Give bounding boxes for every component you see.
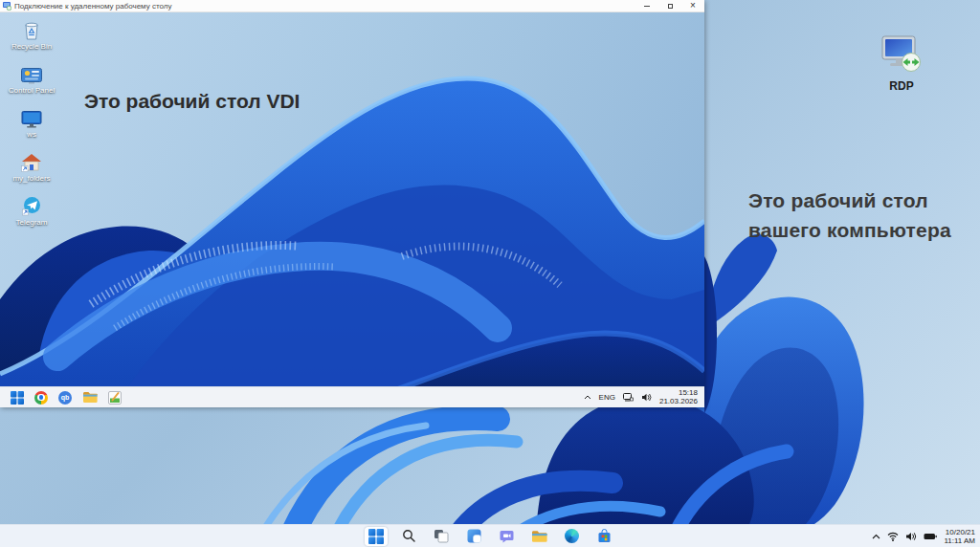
host-system-tray: 10/20/21 11:11 AM bbox=[872, 525, 975, 547]
telegram-icon bbox=[22, 193, 42, 216]
desktop-icon-label: Telegram bbox=[16, 218, 48, 227]
rdp-shortcut-icon bbox=[880, 61, 924, 77]
edge-icon[interactable] bbox=[560, 527, 583, 546]
host-annotation-line2: вашего компьютера bbox=[748, 215, 951, 245]
rdp-window: Подключение к удаленному рабочему столу … bbox=[0, 0, 704, 407]
minimize-button[interactable] bbox=[635, 0, 658, 12]
host-start-button[interactable] bbox=[365, 527, 388, 546]
vdi-language-indicator[interactable]: ENG bbox=[599, 393, 615, 402]
widgets-icon[interactable] bbox=[462, 527, 485, 546]
wifi-icon[interactable] bbox=[887, 532, 899, 541]
my-folders-home-icon bbox=[21, 149, 42, 172]
host-time: 11:11 AM bbox=[944, 536, 975, 545]
control-panel-icon bbox=[21, 61, 42, 84]
vdi-start-button[interactable] bbox=[11, 391, 24, 405]
chevron-up-icon[interactable] bbox=[584, 395, 591, 400]
vdi-date: 21.03.2026 bbox=[659, 398, 698, 406]
close-button[interactable]: × bbox=[681, 0, 704, 12]
desktop-icon-label: Control Panel bbox=[9, 86, 55, 95]
host-annotation: Это рабочий стол вашего компьютера bbox=[748, 186, 951, 245]
task-view-icon[interactable] bbox=[430, 527, 453, 546]
rdp-window-title: Подключение к удаленному рабочему столу bbox=[14, 2, 635, 11]
battery-icon[interactable] bbox=[924, 533, 937, 540]
host-taskbar: 10/20/21 11:11 AM bbox=[0, 524, 980, 547]
editor-app-icon[interactable] bbox=[108, 391, 122, 405]
search-icon[interactable] bbox=[397, 527, 420, 546]
window-controls: × bbox=[635, 0, 704, 12]
restore-button[interactable] bbox=[658, 0, 681, 12]
vdi-wallpaper-bloom bbox=[0, 12, 704, 407]
file-explorer-icon[interactable] bbox=[82, 391, 98, 404]
host-desktop: Это рабочий стол вашего компьютера RDP П… bbox=[0, 0, 980, 547]
vdi-desktop: Это рабочий стол VDI Recycle Bin bbox=[0, 12, 704, 407]
desktop-icon-recycle-bin[interactable]: Recycle Bin bbox=[4, 17, 59, 51]
rdp-window-titlebar[interactable]: Подключение к удаленному рабочему столу … bbox=[0, 0, 704, 12]
host-clock[interactable]: 10/20/21 11:11 AM bbox=[944, 528, 975, 545]
recycle-bin-icon bbox=[23, 17, 40, 40]
volume-icon[interactable] bbox=[905, 532, 917, 541]
desktop-icon-rdp-label: RDP bbox=[869, 79, 934, 93]
qb-app-icon[interactable]: qb bbox=[58, 391, 72, 405]
microsoft-store-icon[interactable] bbox=[592, 527, 615, 546]
host-date: 10/20/21 bbox=[944, 528, 975, 536]
vdi-taskbar-apps: qb bbox=[0, 391, 122, 405]
desktop-icon-rdp[interactable]: RDP bbox=[869, 34, 934, 93]
file-explorer-icon[interactable] bbox=[527, 527, 550, 546]
vdi-desktop-icons: Recycle Bin Control Panel bbox=[4, 17, 59, 227]
host-annotation-line1: Это рабочий стол bbox=[748, 186, 951, 215]
vdi-annotation: Это рабочий стол VDI bbox=[84, 90, 300, 113]
desktop-icon-label: Recycle Bin bbox=[11, 42, 52, 51]
vdi-system-tray: ENG 15:18 21.03.2026 bbox=[584, 389, 704, 405]
rdp-titlebar-icon bbox=[3, 2, 11, 11]
vdi-clock[interactable]: 15:18 21.03.2026 bbox=[659, 389, 698, 405]
vdi-network-icon[interactable] bbox=[623, 393, 634, 402]
chat-icon[interactable] bbox=[495, 527, 518, 546]
vdi-volume-icon[interactable] bbox=[641, 393, 652, 402]
minimize-icon bbox=[644, 6, 650, 7]
desktop-icon-label: my_folders bbox=[12, 174, 50, 183]
chrome-icon[interactable] bbox=[34, 391, 48, 405]
desktop-icon-telegram[interactable]: Telegram bbox=[4, 193, 59, 227]
vdi-taskbar: qb bbox=[0, 386, 704, 407]
restore-icon bbox=[668, 4, 673, 9]
desktop-icon-my-folders[interactable]: my_folders bbox=[4, 149, 59, 183]
desktop-icon-label: ws bbox=[27, 130, 36, 139]
desktop-icon-ws[interactable]: ws bbox=[4, 105, 59, 139]
desktop-icon-control-panel[interactable]: Control Panel bbox=[4, 61, 59, 95]
chevron-up-icon[interactable] bbox=[872, 534, 880, 539]
ws-monitor-icon bbox=[21, 105, 42, 128]
